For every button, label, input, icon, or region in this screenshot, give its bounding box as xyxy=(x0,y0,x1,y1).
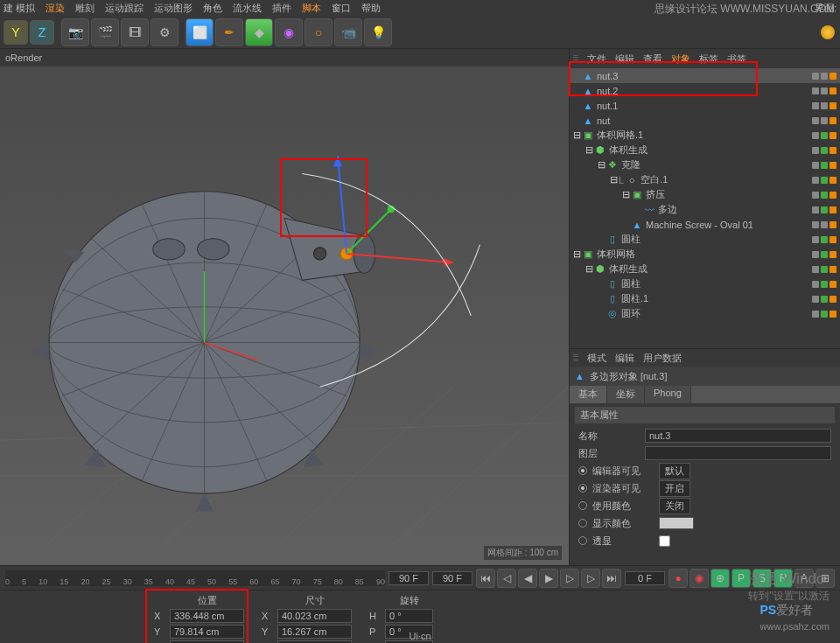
tree-item[interactable]: ▲Machine Screw - Oval 01 xyxy=(570,217,840,232)
tree-item[interactable]: ⊟L○空白.1 xyxy=(570,172,840,187)
om-tab[interactable]: 编辑 xyxy=(615,52,634,66)
tree-item[interactable]: ⊟❖克隆 xyxy=(570,157,840,172)
play-button[interactable]: ▶ xyxy=(539,569,558,588)
color-swatch[interactable] xyxy=(659,517,694,529)
svg-marker-19 xyxy=(360,342,377,360)
size-y-input[interactable] xyxy=(277,625,352,639)
next-frame-button[interactable]: ▷ xyxy=(560,569,579,588)
frame-total-input[interactable] xyxy=(625,571,665,585)
name-field[interactable] xyxy=(645,429,831,443)
tree-item[interactable]: ▲nut.1 xyxy=(570,98,840,113)
menu-item[interactable]: 建 模拟 xyxy=(4,2,35,15)
tree-item[interactable]: ⊟⬢体积生成 xyxy=(570,143,840,157)
viewport-panel: oRender xyxy=(0,49,569,565)
gen-icon: ⬢ xyxy=(594,144,606,157)
pos-y-input[interactable] xyxy=(170,625,244,639)
cube-primitive-button[interactable]: ⬜ xyxy=(186,18,214,46)
tree-item[interactable]: ▯圆柱.1 xyxy=(570,291,840,306)
render-region-button[interactable]: 🎬 xyxy=(91,18,119,46)
tab-coord[interactable]: 坐标 xyxy=(607,386,645,403)
viewport-title: oRender xyxy=(5,52,42,63)
om-tab[interactable]: 查看 xyxy=(643,52,662,66)
menu-item[interactable]: 角色 xyxy=(203,2,222,15)
tree-item[interactable]: ◎圆环 xyxy=(570,306,840,321)
tree-item[interactable]: 〰多边 xyxy=(570,202,840,217)
attr-object-header: ▲ 多边形对象 [nut.3] xyxy=(570,367,840,386)
radio-icon[interactable] xyxy=(578,519,587,528)
frame-current-input[interactable] xyxy=(432,571,472,585)
record-button[interactable]: ● xyxy=(668,569,688,588)
menu-item[interactable]: 运动跟踪 xyxy=(105,2,144,15)
camera-button[interactable]: 📹 xyxy=(334,18,362,46)
tree-item[interactable]: ⊟▣体积网格.1 xyxy=(570,128,840,143)
render-vis-dropdown[interactable]: 开启 xyxy=(659,480,690,497)
tree-item[interactable]: ▲nut.2 xyxy=(570,83,840,98)
frame-end-input[interactable] xyxy=(388,571,429,585)
menu-item[interactable]: 帮助 xyxy=(361,2,381,15)
autokey-button[interactable]: ◉ xyxy=(690,569,709,588)
key-all-button[interactable]: ⊕ xyxy=(710,569,730,588)
pos-x-input[interactable] xyxy=(170,609,244,623)
menu-item[interactable]: 运动图形 xyxy=(154,2,192,15)
attr-tab[interactable]: 模式 xyxy=(587,352,606,365)
next-key-button[interactable]: ▷ xyxy=(581,569,600,588)
tree-item[interactable]: ▲nut.3 xyxy=(570,68,840,83)
tab-phong[interactable]: Phong xyxy=(645,386,691,403)
3d-viewport[interactable]: 网格间距 : 100 cm xyxy=(0,66,569,565)
material-ball-icon[interactable] xyxy=(821,25,835,39)
radio-icon[interactable] xyxy=(578,484,587,493)
menu-item[interactable]: 雕刻 xyxy=(75,2,94,15)
poly-icon: ▲ xyxy=(631,219,643,231)
attr-tab[interactable]: 编辑 xyxy=(615,352,634,365)
render-view-button[interactable]: 📷 xyxy=(61,18,89,46)
menu-item[interactable]: 脚本 xyxy=(302,2,321,15)
usecolor-dropdown[interactable]: 关闭 xyxy=(659,498,690,514)
menu-item[interactable]: 窗口 xyxy=(332,2,351,15)
radio-icon[interactable] xyxy=(578,466,587,475)
tab-basic[interactable]: 基本 xyxy=(570,386,607,403)
pos-header: 位置 xyxy=(154,594,244,607)
tree-item[interactable]: ⊟⬢体积生成 xyxy=(570,262,840,276)
tree-item[interactable]: ⊟▣挤压 xyxy=(570,187,840,202)
poly-icon: ▲ xyxy=(582,100,594,112)
prev-frame-button[interactable]: ◀ xyxy=(518,569,537,588)
axis-z-button[interactable]: Z xyxy=(30,20,54,45)
menu-item[interactable]: 插件 xyxy=(272,2,291,15)
render-picture-button[interactable]: 🎞 xyxy=(121,18,149,46)
main-toolbar: Y Z 📷 🎬 🎞 ⚙ ⬜ ✒ ◆ ◉ ○ 📹 💡 xyxy=(0,16,840,49)
menu-item[interactable]: 渲染 xyxy=(46,2,65,15)
deformer-button[interactable]: ◉ xyxy=(275,18,303,46)
generator-button[interactable]: ◆ xyxy=(245,18,273,46)
axis-y-button[interactable]: Y xyxy=(4,20,28,45)
editor-vis-dropdown[interactable]: 默认 xyxy=(659,463,690,479)
tree-item[interactable]: ▯圆柱 xyxy=(570,276,840,291)
tree-item[interactable]: ⊟▣体积网格 xyxy=(570,247,840,262)
om-tab[interactable]: 文件 xyxy=(587,52,606,66)
cyl-icon: ▯ xyxy=(606,293,619,305)
pen-tool-button[interactable]: ✒ xyxy=(215,18,243,46)
om-tab[interactable]: 标签 xyxy=(699,52,718,66)
svg-marker-32 xyxy=(333,156,342,166)
om-tab[interactable]: 书签 xyxy=(727,52,746,66)
attr-tab[interactable]: 用户数据 xyxy=(643,352,682,365)
prev-key-button[interactable]: ◁ xyxy=(497,569,516,588)
radio-icon[interactable] xyxy=(578,501,587,510)
goto-end-button[interactable]: ⏭ xyxy=(602,569,621,588)
vol-icon: ▣ xyxy=(582,129,594,142)
xray-checkbox[interactable] xyxy=(659,535,670,547)
radio-icon[interactable] xyxy=(578,536,587,545)
light-button[interactable]: 💡 xyxy=(364,18,392,46)
layer-field[interactable] xyxy=(645,446,831,460)
render-settings-button[interactable]: ⚙ xyxy=(150,18,178,46)
timeline-track[interactable]: 051015202530354045505560657075808590 xyxy=(5,570,385,586)
om-tab[interactable]: 对象 xyxy=(671,52,690,66)
tree-item[interactable]: ▯圆柱 xyxy=(570,232,840,247)
goto-start-button[interactable]: ⏮ xyxy=(476,569,495,588)
rot-h-input[interactable] xyxy=(385,609,433,623)
tree-item[interactable]: ▲nut xyxy=(570,113,840,128)
object-tree[interactable]: ▲nut.3▲nut.2▲nut.1▲nut⊟▣体积网格.1⊟⬢体积生成⊟❖克隆… xyxy=(570,68,840,348)
environment-button[interactable]: ○ xyxy=(304,18,332,46)
ext-icon: ▣ xyxy=(631,189,643,201)
menu-item[interactable]: 流水线 xyxy=(233,2,262,15)
size-x-input[interactable] xyxy=(277,609,352,623)
